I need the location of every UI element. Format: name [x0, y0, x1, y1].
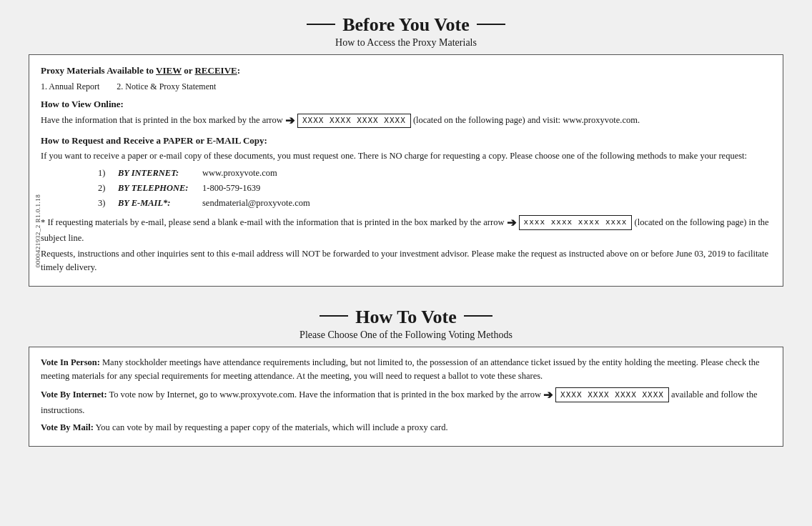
vote-section-header: How To Vote Please Choose One of the Fol…: [29, 307, 783, 341]
before-title: Before You Vote: [29, 14, 783, 36]
methods-list: 1) BY INTERNET: www.proxyvote.com 2) BY …: [98, 167, 771, 209]
view-online-text1: Have the information that is printed in …: [41, 115, 283, 125]
paper-email-intro: If you want to receive a paper or e-mail…: [41, 149, 771, 163]
method-label-2: BY TELEPHONE:: [118, 182, 197, 195]
vote-in-person-para: Vote In Person: Many stockholder meeting…: [41, 356, 771, 384]
paper-email-heading: How to Request and Receive a PAPER or E-…: [41, 134, 771, 148]
vote-title-text: How To Vote: [355, 307, 457, 328]
vote-by-internet-text2: . Have the information that is printed i…: [294, 389, 541, 400]
proxy-heading-view: VIEW: [156, 65, 182, 76]
numbered-item-2: 2. Notice & Proxy Statement: [117, 80, 216, 93]
asterisk-text1: * If requesting materials by e-mail, ple…: [41, 217, 504, 227]
numbered-item-1: 1. Annual Report: [41, 80, 99, 93]
method-num-3: 3): [98, 197, 112, 210]
method-value-1: www.proxyvote.com: [202, 167, 277, 180]
view-online-para: Have the information that is printed in …: [41, 112, 771, 129]
vote-internet-arrow-icon: ➔: [543, 387, 553, 405]
dash-left: [307, 24, 335, 25]
method-row-3: 3) BY E-MAIL*: sendmaterial@proxyvote.co…: [98, 197, 771, 210]
before-section-header: Before You Vote How to Access the Proxy …: [29, 14, 783, 49]
view-online-box: XXXX XXXX XXXX XXXX: [297, 114, 411, 129]
method-label-3: BY E-MAIL*:: [118, 197, 197, 210]
proxy-materials-heading: Proxy Materials Available to VIEW or REC…: [41, 64, 771, 78]
asterisk-arrow: ➔ xxxx xxxx xxxx xxxx: [507, 214, 633, 232]
side-label: 0000421932_2 R1.0.1.18: [34, 194, 41, 267]
vote-by-mail-text: You can vote by mail by requesting a pap…: [94, 422, 448, 432]
vote-title: How To Vote: [29, 307, 783, 328]
vote-by-internet-text1: To vote now by Internet, go to: [107, 389, 217, 400]
before-title-text: Before You Vote: [342, 14, 470, 36]
method-value-3: sendmaterial@proxyvote.com: [202, 197, 310, 210]
vote-in-person-text: Many stockholder meetings have attendanc…: [41, 357, 760, 381]
method-row-2: 2) BY TELEPHONE: 1-800-579-1639: [98, 182, 771, 195]
method-row-1: 1) BY INTERNET: www.proxyvote.com: [98, 167, 771, 180]
arrow-icon: ➔: [285, 112, 294, 129]
vote-dash-left: [320, 315, 348, 317]
vote-internet-box: XXXX XXXX XXXX XXXX: [555, 387, 669, 402]
proxy-heading-end: :: [237, 65, 240, 76]
vote-content-box: Vote In Person: Many stockholder meeting…: [29, 347, 783, 447]
view-online-url: www.proxyvote.com.: [563, 115, 640, 125]
how-to-vote-section: How To Vote Please Choose One of the Fol…: [29, 307, 783, 447]
before-subtitle: How to Access the Proxy Materials: [29, 37, 783, 49]
view-online-heading: How to View Online:: [41, 97, 771, 111]
dash-right: [477, 24, 505, 25]
page-wrapper: 0000421932_2 R1.0.1.18 Before You Vote H…: [29, 14, 783, 447]
method-num-2: 2): [98, 182, 112, 195]
proxy-heading-receive: RECEIVE: [194, 65, 237, 76]
asterisk-note: * If requesting materials by e-mail, ple…: [41, 214, 771, 245]
before-content-box: Proxy Materials Available to VIEW or REC…: [29, 54, 783, 287]
asterisk-box: xxxx xxxx xxxx xxxx: [519, 215, 633, 230]
vote-dash-right: [464, 315, 492, 317]
method-num-1: 1): [98, 167, 112, 180]
vote-by-mail-label: Vote By Mail:: [41, 422, 94, 432]
proxy-heading-text1: Proxy Materials Available to: [41, 65, 156, 76]
asterisk-arrow-icon: ➔: [507, 214, 516, 232]
vote-by-internet-url: www.proxyvote.com: [219, 389, 294, 400]
numbered-items: 1. Annual Report 2. Notice & Proxy State…: [41, 80, 771, 93]
vote-by-internet-label: Vote By Internet:: [41, 389, 107, 400]
method-value-2: 1-800-579-1639: [202, 182, 260, 195]
before-you-vote-section: Before You Vote How to Access the Proxy …: [29, 14, 783, 287]
proxy-heading-mid: or: [182, 65, 195, 76]
final-note: Requests, instructions and other inquiri…: [41, 247, 771, 274]
vote-in-person-label: Vote In Person:: [41, 357, 100, 367]
view-online-text2: (located on the following page) and visi…: [413, 115, 560, 125]
vote-by-internet-para: Vote By Internet: To vote now by Interne…: [41, 387, 771, 418]
vote-subtitle: Please Choose One of the Following Votin…: [29, 329, 783, 341]
vote-internet-arrow: ➔ XXXX XXXX XXXX XXXX: [543, 387, 669, 405]
method-label-1: BY INTERNET:: [118, 167, 197, 180]
vote-by-mail-para: Vote By Mail: You can vote by mail by re…: [41, 421, 771, 435]
view-online-arrow: ➔ XXXX XXXX XXXX XXXX: [285, 112, 411, 129]
